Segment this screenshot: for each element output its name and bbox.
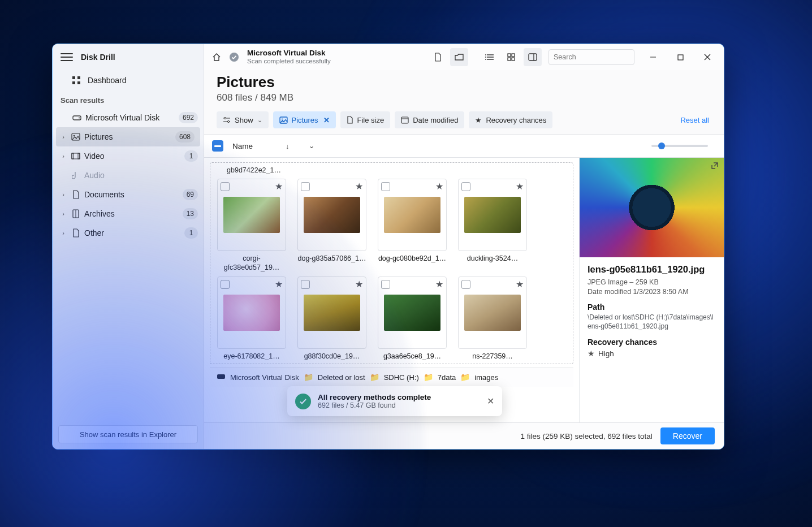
- sidebar-disk-label: Microsoft Virtual Disk: [83, 113, 179, 122]
- crumb[interactable]: Deleted or lost: [318, 373, 365, 382]
- minimize-button[interactable]: [641, 48, 665, 66]
- thumb-checkbox[interactable]: [461, 280, 470, 289]
- star-icon: ★: [475, 116, 482, 124]
- thumb-card[interactable]: ★ duckling-3524…: [458, 179, 527, 272]
- sidebar-item-video[interactable]: › Video 1: [53, 146, 204, 166]
- preview-type-size: JPEG Image – 259 KB: [588, 278, 716, 286]
- folder-view-icon[interactable]: [450, 48, 468, 66]
- thumb-checkbox[interactable]: [381, 182, 390, 191]
- grid-view-icon[interactable]: [502, 48, 520, 66]
- show-dropdown[interactable]: Show ⌄: [217, 111, 269, 128]
- success-icon: [295, 394, 311, 409]
- thumb-card[interactable]: ★ dog-g835a57066_1…: [297, 179, 366, 272]
- thumb-card[interactable]: ★ ns-227359…: [458, 277, 527, 361]
- recover-button[interactable]: Recover: [660, 427, 715, 444]
- audio-icon: [70, 171, 82, 180]
- thumb-checkbox[interactable]: [461, 182, 470, 191]
- disk-icon: [71, 114, 83, 121]
- select-all-checkbox[interactable]: [212, 140, 223, 152]
- split-view-icon[interactable]: [524, 48, 542, 66]
- sidebar-item-dashboard[interactable]: Dashboard: [53, 70, 204, 90]
- star-icon[interactable]: ★: [355, 279, 363, 290]
- sidebar-item-disk[interactable]: Microsoft Virtual Disk 692: [53, 108, 204, 127]
- file-view-icon[interactable]: [429, 48, 447, 66]
- star-icon[interactable]: ★: [275, 181, 283, 192]
- star-icon: ★: [588, 349, 595, 358]
- thumb-card[interactable]: ★ eye-6178082_1…: [217, 277, 286, 361]
- thumb-checkbox[interactable]: [301, 182, 310, 191]
- sidebar-disk-badge: 692: [179, 112, 198, 123]
- footer: 1 files (259 KB) selected, 692 files tot…: [204, 423, 724, 449]
- preview-image: [580, 158, 724, 257]
- svg-rect-11: [73, 210, 79, 218]
- thumb-checkbox[interactable]: [221, 182, 230, 191]
- thumb-caption: dog-gc080be92d_1…: [378, 254, 447, 264]
- thumb-caption: corgi-gfc38e0d57_19…: [217, 254, 286, 272]
- svg-point-34: [224, 117, 226, 119]
- star-icon[interactable]: ★: [355, 181, 363, 192]
- filter-filesize-chip[interactable]: File size: [340, 111, 391, 128]
- column-name[interactable]: Name: [232, 142, 253, 150]
- star-icon[interactable]: ★: [516, 279, 524, 290]
- thumb-card[interactable]: ★ g88f30cd0e_19…: [297, 277, 366, 361]
- chevron-right-icon: ›: [57, 133, 70, 140]
- sidebar-item-audio[interactable]: Audio: [53, 166, 204, 185]
- svg-rect-1: [77, 76, 80, 79]
- dashboard-icon: [72, 76, 81, 85]
- star-icon[interactable]: ★: [435, 279, 443, 290]
- thumb-image: [464, 295, 521, 331]
- star-icon[interactable]: ★: [435, 181, 443, 192]
- svg-rect-24: [529, 54, 537, 61]
- sidebar-item-archives[interactable]: › Archives 13: [53, 204, 204, 223]
- column-menu-icon[interactable]: ⌄: [309, 142, 314, 150]
- thumb-checkbox[interactable]: [301, 280, 310, 289]
- thumb-caption: g3aa6e5ce8_19…: [378, 352, 447, 361]
- crumb[interactable]: images: [474, 373, 498, 382]
- thumb-caption: g88f30cd0e_19…: [297, 352, 366, 361]
- filter-pictures-label: Pictures: [292, 116, 318, 124]
- sidebar-dashboard-label: Dashboard: [88, 76, 127, 85]
- thumb-card[interactable]: ★ g3aa6e5ce8_19…: [378, 277, 447, 361]
- svg-point-35: [227, 120, 229, 122]
- reset-all-link[interactable]: Reset all: [680, 116, 711, 124]
- home-button[interactable]: [209, 49, 224, 65]
- sidebar-archives-badge: 13: [183, 208, 198, 219]
- filter-datemod-chip[interactable]: Date modified: [395, 111, 464, 128]
- page-header: Pictures 608 files / 849 MB: [204, 70, 724, 109]
- crumb[interactable]: SDHC (H:): [384, 373, 419, 382]
- folder-icon: 📁: [370, 373, 379, 382]
- list-view-icon[interactable]: [481, 48, 499, 66]
- filter-recovery-chip[interactable]: ★ Recovery chances: [469, 111, 552, 128]
- thumb-checkbox[interactable]: [221, 280, 230, 289]
- sidebar-item-documents[interactable]: › Documents 69: [53, 185, 204, 204]
- thumb-card[interactable]: ★ corgi-gfc38e0d57_19…: [217, 179, 286, 272]
- sort-icon[interactable]: ↓: [286, 142, 290, 150]
- filter-clear-icon[interactable]: ✕: [323, 116, 330, 124]
- thumb-image: [384, 295, 440, 331]
- menu-icon[interactable]: [61, 51, 73, 63]
- sidebar-item-pictures[interactable]: › Pictures 608: [56, 127, 200, 146]
- page-title: Pictures: [217, 74, 711, 91]
- crumb[interactable]: Microsoft Virtual Disk: [230, 373, 299, 382]
- svg-point-19: [485, 59, 486, 60]
- svg-rect-20: [508, 54, 511, 57]
- toast-text: All recovery methods complete 692 files …: [318, 393, 431, 409]
- zoom-slider[interactable]: [651, 145, 708, 147]
- thumb-image: [304, 197, 360, 233]
- popout-icon[interactable]: [710, 161, 719, 170]
- crumb[interactable]: 7data: [438, 373, 456, 382]
- app-title: Disk Drill: [81, 53, 115, 62]
- show-in-explorer-button[interactable]: Show scan results in Explorer: [58, 425, 198, 443]
- star-icon[interactable]: ★: [275, 279, 283, 290]
- search-field[interactable]: [548, 49, 634, 65]
- star-icon[interactable]: ★: [516, 181, 524, 192]
- sidebar-item-other[interactable]: › Other 1: [53, 223, 204, 243]
- toast-close-icon[interactable]: ✕: [487, 396, 494, 407]
- thumb-checkbox[interactable]: [381, 280, 390, 289]
- maximize-button[interactable]: [668, 48, 692, 66]
- pictures-icon: [279, 116, 288, 124]
- search-input[interactable]: [554, 53, 642, 61]
- close-button[interactable]: [696, 48, 719, 66]
- filter-pictures-chip[interactable]: Pictures ✕: [273, 111, 336, 128]
- thumb-card[interactable]: ★ dog-gc080be92d_1…: [378, 179, 447, 272]
